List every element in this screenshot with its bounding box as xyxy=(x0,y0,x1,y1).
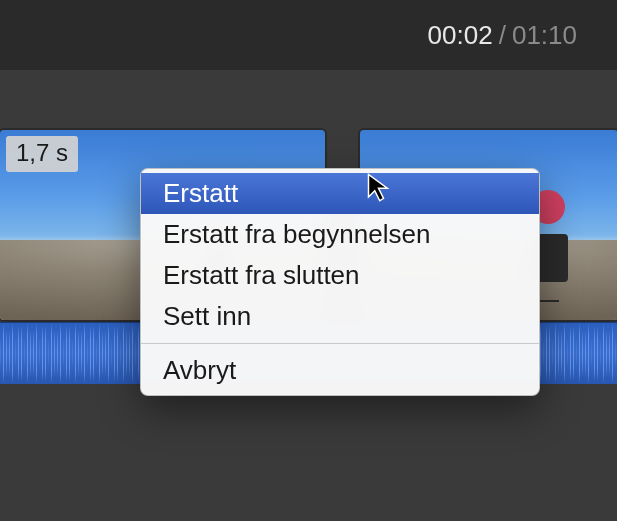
menu-item-insert[interactable]: Sett inn xyxy=(141,296,539,337)
menu-item-replace[interactable]: Erstatt xyxy=(141,173,539,214)
menu-item-replace-from-end[interactable]: Erstatt fra slutten xyxy=(141,255,539,296)
timecode-total: 01:10 xyxy=(512,20,577,50)
context-menu: Erstatt Erstatt fra begynnelsen Erstatt … xyxy=(140,168,540,396)
timecode-current: 00:02 xyxy=(428,20,493,50)
timecode-bar: 00:02/01:10 xyxy=(0,0,617,70)
timecode: 00:02/01:10 xyxy=(428,20,577,51)
menu-item-replace-from-start[interactable]: Erstatt fra begynnelsen xyxy=(141,214,539,255)
clip-duration-badge: 1,7 s xyxy=(6,136,78,172)
menu-separator xyxy=(141,343,539,344)
menu-item-cancel[interactable]: Avbryt xyxy=(141,350,539,391)
timecode-separator: / xyxy=(499,20,506,50)
